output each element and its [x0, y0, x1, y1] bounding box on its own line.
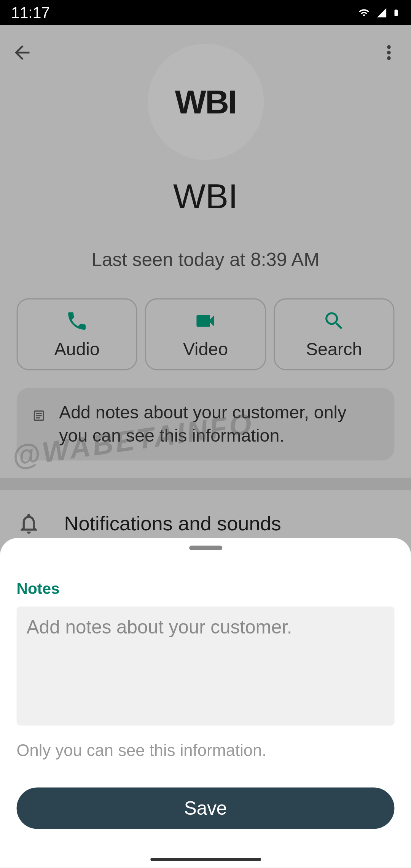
save-button[interactable]: Save	[17, 787, 395, 829]
status-icons	[357, 6, 400, 19]
notes-input[interactable]	[17, 606, 395, 726]
notes-bottom-sheet: @WABETAINFO Notes Only you can see this …	[0, 538, 411, 868]
gesture-bar[interactable]	[150, 858, 261, 861]
status-bar: 11:17	[0, 0, 411, 25]
privacy-note: Only you can see this information.	[17, 741, 395, 760]
sheet-title: Notes	[17, 580, 395, 598]
signal-icon	[376, 7, 388, 18]
battery-icon	[392, 6, 400, 19]
drag-handle[interactable]	[189, 546, 222, 550]
wifi-icon	[357, 7, 371, 18]
status-time: 11:17	[11, 3, 50, 21]
